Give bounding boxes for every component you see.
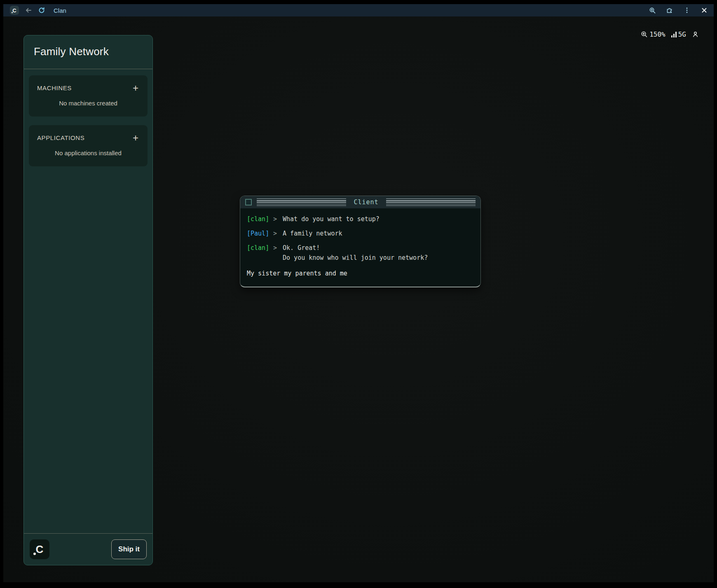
topbar-actions <box>649 7 708 14</box>
menu-dots-icon[interactable] <box>683 7 691 14</box>
applications-section-label: APPLICATIONS <box>37 134 84 141</box>
chat-sender-clan: [clan] <box>247 214 269 224</box>
chat-separator: > <box>273 214 277 224</box>
chat-message-text: What do you want to setup? <box>283 214 380 224</box>
screen: C Clan <box>0 0 717 588</box>
chat-separator: > <box>273 229 277 238</box>
network-title: Family Network <box>34 45 143 58</box>
client-window-title: Client <box>351 198 381 206</box>
machines-section-header: MACHINES + <box>37 84 139 91</box>
chat-separator: > <box>273 243 277 263</box>
zoom-level-value: 150% <box>649 30 665 38</box>
clan-app-icon-dot <box>12 12 13 13</box>
extensions-icon[interactable] <box>666 7 673 14</box>
signal-bars-icon <box>671 32 677 37</box>
titlebar-stripes-right <box>386 198 476 206</box>
sidebar-body: MACHINES + No machines created APPLICATI… <box>24 69 152 533</box>
clan-logo: C <box>30 539 49 559</box>
titlebar-stripes-left <box>257 198 346 206</box>
sidebar: Family Network MACHINES + No machines cr… <box>23 35 153 565</box>
add-machine-button[interactable]: + <box>132 85 139 91</box>
applications-empty-text: No applications installed <box>37 149 139 156</box>
clan-app-icon-glyph: C <box>12 7 16 14</box>
user-indicator[interactable] <box>692 31 699 38</box>
zoom-indicator[interactable]: 150% <box>641 30 665 38</box>
chat-message: [clan] > What do you want to setup? <box>247 214 474 224</box>
applications-section-header: APPLICATIONS + <box>37 134 139 141</box>
zoom-in-icon[interactable] <box>649 7 656 14</box>
client-chat-log: [clan] > What do you want to setup? [Pau… <box>240 208 480 287</box>
page-status-indicators: 150% 5G <box>641 30 699 38</box>
sidebar-header: Family Network <box>24 35 152 69</box>
machines-section-label: MACHINES <box>37 84 72 91</box>
clan-logo-dot <box>33 553 36 555</box>
person-icon <box>692 31 699 38</box>
close-icon[interactable] <box>701 7 708 14</box>
chat-sender-paul: [Paul] <box>247 229 269 238</box>
network-type-label: 5G <box>678 30 686 38</box>
client-window: Client [clan] > What do you want to setu… <box>240 196 481 287</box>
chat-input[interactable]: My sister my parents and me <box>247 268 474 278</box>
reload-icon[interactable] <box>38 7 45 14</box>
add-application-button[interactable]: + <box>132 135 139 141</box>
chat-message: [Paul] > A family network <box>247 229 474 238</box>
clan-app-icon: C <box>10 6 19 15</box>
clan-logo-glyph: C <box>36 543 44 556</box>
chat-message: [clan] > Ok. Great! Do you know who will… <box>247 243 474 263</box>
chat-sender-clan: [clan] <box>247 243 269 263</box>
magnifier-icon <box>641 31 648 38</box>
network-indicator: 5G <box>671 30 686 38</box>
chat-message-text: Ok. Great! Do you know who will join you… <box>283 243 428 263</box>
back-icon[interactable] <box>25 7 32 14</box>
ship-it-button[interactable]: Ship it <box>111 539 147 559</box>
chat-message-text: A family network <box>283 229 342 238</box>
machines-empty-text: No machines created <box>37 100 139 107</box>
sidebar-footer: C Ship it <box>24 533 152 565</box>
app-window: C Clan <box>3 4 714 582</box>
tab-title: Clan <box>54 7 66 14</box>
machines-section: MACHINES + No machines created <box>29 75 148 117</box>
browser-topbar: C Clan <box>3 4 714 16</box>
applications-section: APPLICATIONS + No applications installed <box>29 125 148 166</box>
window-close-box[interactable] <box>245 199 252 205</box>
client-titlebar[interactable]: Client <box>240 196 480 208</box>
